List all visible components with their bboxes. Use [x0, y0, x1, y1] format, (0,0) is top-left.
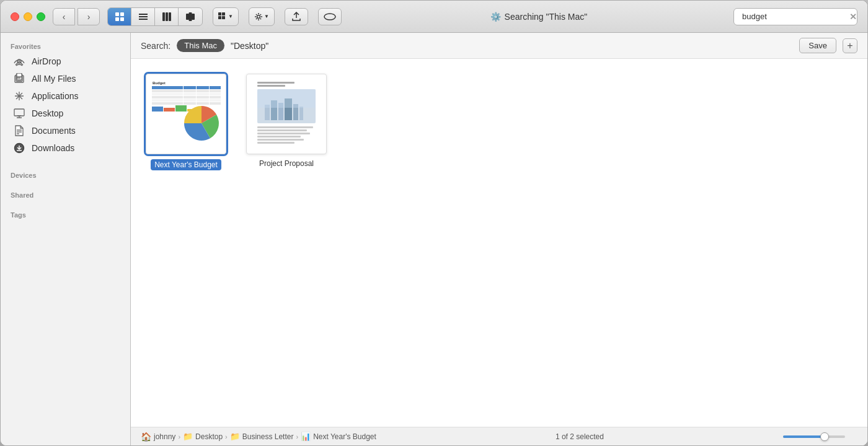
svg-rect-80: [299, 107, 303, 120]
finder-window: ‹ ›: [0, 0, 868, 446]
grid-arrange-icon: [218, 12, 227, 21]
shared-header: Shared: [1, 186, 130, 201]
svg-rect-81: [257, 89, 316, 108]
svg-rect-15: [218, 16, 221, 19]
svg-rect-5: [139, 16, 148, 17]
sidebar-item-desktop[interactable]: Desktop: [3, 105, 128, 122]
svg-rect-60: [184, 99, 196, 102]
scope-desktop-label[interactable]: "Desktop": [231, 41, 268, 51]
svg-rect-83: [257, 129, 307, 131]
airdrop-icon: [13, 55, 25, 68]
svg-rect-82: [257, 126, 313, 128]
svg-rect-0: [115, 12, 119, 16]
tag-icon: [323, 12, 337, 21]
grid-icon: [115, 12, 125, 22]
svg-text:Budget: Budget: [153, 81, 166, 85]
minimize-button[interactable]: [24, 12, 32, 21]
svg-rect-16: [222, 16, 225, 19]
forward-icon: ›: [87, 12, 91, 22]
titlebar: ‹ ›: [1, 1, 867, 33]
action-chevron: ▼: [264, 14, 269, 19]
breadcrumb-business-letter: Business Letter: [242, 432, 294, 441]
list-view-button[interactable]: [131, 8, 155, 25]
svg-rect-47: [152, 90, 183, 92]
tag-button[interactable]: [318, 8, 342, 25]
back-button[interactable]: ‹: [53, 8, 75, 25]
share-icon: [292, 12, 301, 22]
svg-rect-43: [152, 86, 183, 89]
svg-rect-31: [14, 109, 24, 116]
svg-rect-59: [152, 99, 183, 102]
maximize-button[interactable]: [37, 12, 45, 21]
sidebar-item-label: AirDrop: [32, 56, 61, 66]
sidebar-item-label: Desktop: [32, 108, 63, 118]
svg-rect-58: [210, 96, 221, 98]
search-label: Search:: [141, 41, 170, 51]
slider-fill: [783, 435, 823, 438]
file-grid: Budget: [131, 59, 867, 427]
documents-icon: [13, 125, 25, 137]
breadcrumb-sep-2: ›: [225, 433, 228, 440]
sidebar-item-label: All My Files: [32, 74, 76, 84]
sidebar-item-label: Downloads: [32, 143, 74, 153]
sidebar-item-downloads[interactable]: Downloads: [3, 139, 128, 157]
breadcrumb-sep-3: ›: [296, 433, 298, 440]
breadcrumb-desktop: Desktop: [195, 432, 223, 441]
sidebar-item-label: Documents: [32, 126, 76, 136]
svg-rect-66: [210, 102, 221, 105]
breadcrumb-folder-icon-1: 📁: [183, 432, 193, 441]
svg-rect-13: [218, 12, 221, 15]
gear-icon: [254, 12, 263, 21]
svg-point-18: [324, 14, 335, 20]
svg-rect-46: [210, 86, 221, 89]
breadcrumb-budget-file: Next Year's Budget: [313, 432, 376, 441]
zoom-slider[interactable]: [783, 435, 857, 438]
sidebar-item-applications[interactable]: Applications: [3, 87, 128, 105]
budget-thumbnail-svg: Budget: [149, 77, 223, 151]
icon-view-button[interactable]: [108, 8, 131, 25]
close-button[interactable]: [11, 12, 19, 21]
list-icon: [138, 12, 148, 22]
svg-rect-48: [184, 90, 196, 92]
sidebar: Favorites AirDrop: [1, 33, 131, 445]
svg-rect-2: [115, 17, 119, 21]
svg-rect-8: [166, 12, 168, 21]
column-view-button[interactable]: [155, 8, 179, 25]
svg-rect-55: [152, 96, 183, 98]
action-button[interactable]: ▼: [249, 8, 274, 25]
file-item-proposal[interactable]: Project Proposal: [244, 71, 329, 173]
breadcrumb-sep-1: ›: [178, 433, 180, 440]
slider-thumb[interactable]: [820, 432, 829, 441]
svg-rect-10: [186, 14, 189, 20]
svg-rect-86: [257, 139, 304, 141]
file-name-budget: Next Year's Budget: [151, 159, 221, 170]
save-search-button[interactable]: Save: [799, 38, 836, 53]
svg-rect-12: [192, 14, 195, 20]
file-thumbnail-proposal[interactable]: [246, 74, 327, 154]
share-button[interactable]: [285, 8, 308, 25]
sidebar-item-all-my-files[interactable]: All My Files: [3, 70, 128, 87]
applications-icon: [13, 90, 25, 102]
search-bar[interactable]: ✕: [733, 8, 857, 25]
forward-button[interactable]: ›: [78, 8, 100, 25]
main-area: Favorites AirDrop: [1, 33, 867, 445]
svg-rect-9: [169, 12, 171, 21]
window-title-icon: ⚙️: [490, 12, 501, 22]
file-thumbnail-budget[interactable]: Budget: [146, 74, 226, 154]
search-clear-button[interactable]: ✕: [849, 12, 857, 22]
sidebar-item-documents[interactable]: Documents: [3, 122, 128, 139]
svg-rect-53: [197, 93, 209, 95]
add-search-criteria-button[interactable]: +: [843, 38, 857, 53]
proposal-thumbnail-svg: [252, 77, 321, 151]
search-input[interactable]: [742, 12, 846, 21]
file-item-budget[interactable]: Budget: [143, 71, 229, 173]
selection-count: 1 of 2 selected: [376, 432, 783, 441]
sidebar-item-airdrop[interactable]: AirDrop: [3, 53, 128, 70]
svg-rect-85: [257, 136, 301, 138]
svg-rect-69: [175, 105, 187, 112]
svg-rect-49: [197, 90, 209, 92]
coverflow-view-button[interactable]: [179, 8, 202, 25]
scope-this-mac-button[interactable]: This Mac: [177, 39, 224, 52]
arrange-button[interactable]: ▼: [213, 8, 238, 25]
all-my-files-icon: [13, 72, 25, 85]
